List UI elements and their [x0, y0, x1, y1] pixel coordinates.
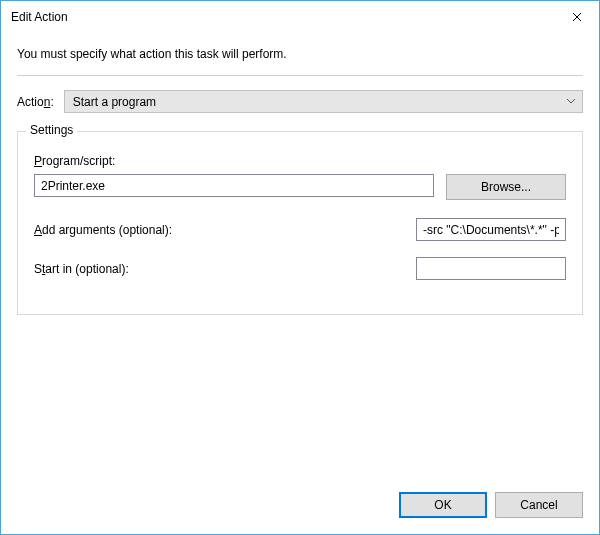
action-dropdown[interactable]: Start a program [64, 90, 583, 113]
window-title: Edit Action [11, 10, 68, 24]
dialog-footer: OK Cancel [17, 476, 583, 518]
action-label: Action: [17, 95, 54, 109]
settings-legend: Settings [26, 123, 77, 137]
startin-label: Start in (optional): [34, 262, 129, 276]
arguments-input[interactable] [416, 218, 566, 241]
program-input[interactable] [34, 174, 434, 197]
startin-row: Start in (optional): [34, 257, 566, 280]
browse-button[interactable]: Browse... [446, 174, 566, 200]
arguments-row: Add arguments (optional): [34, 218, 566, 241]
settings-group: Settings Program/script: Browse... Add a… [17, 131, 583, 315]
action-row: Action: Start a program [17, 90, 583, 113]
edit-action-dialog: Edit Action You must specify what action… [0, 0, 600, 535]
dialog-content: You must specify what action this task w… [1, 33, 599, 534]
chevron-down-icon [566, 95, 576, 109]
arguments-label: Add arguments (optional): [34, 223, 172, 237]
separator [17, 75, 583, 76]
startin-input[interactable] [416, 257, 566, 280]
program-row: Browse... [34, 174, 566, 200]
titlebar: Edit Action [1, 1, 599, 33]
close-button[interactable] [554, 2, 599, 32]
cancel-button[interactable]: Cancel [495, 492, 583, 518]
program-label: Program/script: [34, 154, 566, 168]
action-dropdown-value: Start a program [73, 95, 156, 109]
ok-button[interactable]: OK [399, 492, 487, 518]
instruction-text: You must specify what action this task w… [17, 47, 583, 61]
close-icon [572, 12, 582, 22]
